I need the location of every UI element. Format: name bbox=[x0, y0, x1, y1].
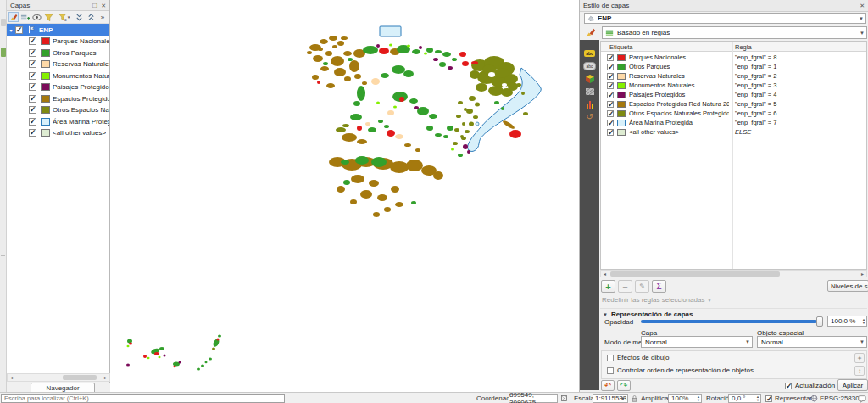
legend-item[interactable]: Otros Parques bbox=[7, 48, 109, 59]
legend-checkbox[interactable] bbox=[29, 106, 36, 114]
expander-icon[interactable]: ▾ bbox=[7, 27, 15, 33]
live-update-checkbox[interactable] bbox=[785, 383, 792, 389]
rule-row[interactable]: <all other values> ELSE bbox=[601, 127, 866, 137]
rule-row[interactable]: Parques Nacionales "enp_fgral" = 8 bbox=[601, 53, 866, 62]
filter-legend-button[interactable] bbox=[44, 12, 54, 22]
redo-button[interactable]: ↷ bbox=[617, 380, 631, 391]
add-group-button[interactable] bbox=[20, 12, 31, 22]
coordinate-input[interactable]: 899549, 3080675 bbox=[509, 394, 558, 403]
blend-feature-combo[interactable]: Normal ▼ bbox=[757, 336, 867, 348]
collapse-all-button[interactable] bbox=[86, 12, 96, 22]
close-icon[interactable]: ✕ bbox=[860, 3, 865, 8]
filter-legend-by-expression-button[interactable]: ε ▾ bbox=[56, 12, 73, 22]
draw-effects-checkbox[interactable] bbox=[607, 355, 614, 361]
spin-down-icon[interactable]: ▼ bbox=[862, 322, 865, 325]
rule-row[interactable]: Otros Parques "enp_fgral" = 1 bbox=[601, 62, 866, 71]
rule-row[interactable]: Área Marina Protegida "enp_fgral" = 7 bbox=[601, 118, 866, 127]
lock-scale-icon[interactable] bbox=[631, 393, 638, 403]
rule-row[interactable]: Paisajes Protegidos "enp_fgral" = 4 bbox=[601, 90, 866, 99]
legend-checkbox[interactable] bbox=[29, 37, 36, 45]
toolbar-overflow-icon[interactable]: » bbox=[97, 12, 108, 22]
crs-globe-icon[interactable] bbox=[810, 393, 818, 403]
rule-checkbox[interactable] bbox=[607, 120, 614, 126]
layer-rendering-section-header[interactable]: ▼ Representación de capas bbox=[603, 311, 693, 318]
callouts-tab[interactable]: abc bbox=[580, 59, 599, 72]
legend-item[interactable]: Reservas Naturales bbox=[7, 59, 109, 70]
3d-view-tab[interactable] bbox=[580, 72, 599, 85]
messages-icon[interactable] bbox=[858, 393, 866, 403]
apply-button[interactable]: Aplicar bbox=[837, 379, 868, 391]
expand-all-button[interactable] bbox=[74, 12, 84, 22]
undo-button[interactable]: ↶ bbox=[601, 380, 615, 391]
rule-checkbox[interactable] bbox=[607, 92, 614, 98]
spin-down-icon[interactable]: ▼ bbox=[756, 399, 760, 402]
scroll-right-icon[interactable]: ► bbox=[859, 271, 866, 277]
labels-tab[interactable]: abc bbox=[580, 47, 599, 59]
column-header-regla[interactable]: Regla bbox=[735, 43, 752, 51]
locator-search-input[interactable] bbox=[1, 394, 285, 403]
legend-item[interactable]: Parques Nacionales bbox=[7, 36, 109, 48]
remove-rule-button[interactable]: − bbox=[618, 280, 632, 293]
extents-toggle-icon[interactable] bbox=[560, 393, 568, 403]
rule-checkbox[interactable] bbox=[607, 110, 614, 117]
legend-item[interactable]: Área Marina Protegida bbox=[7, 116, 109, 128]
renderer-combo[interactable]: Basado en reglas ▼ bbox=[602, 26, 867, 39]
manage-map-themes-button[interactable] bbox=[32, 12, 42, 22]
scroll-thumb[interactable] bbox=[63, 375, 97, 380]
rule-row[interactable]: Otros Espacios Naturales Protegidos "enp… bbox=[601, 109, 866, 118]
blend-layer-combo[interactable]: Normal ▼ bbox=[641, 336, 753, 348]
legend-item[interactable]: Paisajes Protegidos bbox=[7, 81, 109, 93]
crs-label[interactable]: EPSG:25830 bbox=[820, 393, 860, 403]
rule-checkbox[interactable] bbox=[607, 129, 614, 136]
scroll-left-icon[interactable]: ◄ bbox=[8, 374, 15, 381]
rotation-spinbox[interactable]: 0,0 ° ▲▼ bbox=[728, 394, 761, 403]
control-order-row[interactable]: Controlar orden de representación de obj… bbox=[607, 367, 754, 374]
legend-item[interactable]: Espacios Protegidos Red Natura 2000 bbox=[7, 93, 109, 105]
control-order-checkbox[interactable] bbox=[607, 367, 614, 374]
opacity-spinbox[interactable]: 100,0 % ▲▼ bbox=[827, 316, 867, 327]
layer-selector-combo[interactable]: ENP ▼ bbox=[584, 13, 866, 24]
legend-checkbox[interactable] bbox=[29, 49, 36, 57]
rule-checkbox[interactable] bbox=[607, 101, 614, 108]
render-checkbox[interactable] bbox=[765, 395, 772, 402]
refine-rules-button[interactable]: Redefinir las reglas seleccionadas ▼ bbox=[602, 296, 711, 304]
rules-horizontal-scrollbar[interactable]: ◄ ► bbox=[600, 270, 867, 277]
rule-checkbox[interactable] bbox=[607, 73, 614, 80]
legend-checkbox[interactable] bbox=[29, 83, 36, 91]
masks-tab[interactable] bbox=[580, 85, 599, 98]
opacity-slider-handle[interactable] bbox=[816, 316, 823, 327]
edit-rule-button[interactable]: ✎ bbox=[635, 280, 649, 293]
rule-checkbox[interactable] bbox=[607, 54, 614, 61]
history-tab[interactable]: ↺ bbox=[580, 110, 599, 123]
legend-checkbox[interactable] bbox=[29, 72, 36, 80]
legend-item[interactable]: Monumentos Naturales bbox=[7, 70, 109, 82]
symbol-levels-button[interactable]: Niveles de símbolos... bbox=[827, 280, 868, 292]
order-settings-button[interactable]: ↕ bbox=[854, 366, 865, 376]
legend-checkbox[interactable] bbox=[29, 129, 36, 137]
scroll-left-icon[interactable]: ◄ bbox=[601, 271, 609, 277]
symbology-tab-active[interactable] bbox=[582, 26, 598, 39]
draw-effects-row[interactable]: Efectos de dibujo bbox=[607, 354, 669, 361]
legend-item[interactable]: <all other values> bbox=[7, 127, 109, 139]
magnifier-spinbox[interactable]: 100% ▲▼ bbox=[668, 394, 702, 403]
map-canvas[interactable] bbox=[110, 0, 579, 392]
legend-item[interactable]: Otros Espacios Naturales Protegidos bbox=[7, 104, 109, 116]
scale-combo[interactable]: 1:9115533 ▼ bbox=[593, 394, 628, 403]
open-layer-styling-button[interactable] bbox=[8, 12, 19, 22]
legend-checkbox[interactable] bbox=[29, 118, 36, 126]
diagrams-tab[interactable] bbox=[580, 98, 599, 110]
legend-checkbox[interactable] bbox=[29, 95, 36, 103]
customize-effects-button[interactable]: ✦ bbox=[854, 353, 865, 363]
layers-horizontal-scrollbar[interactable]: ◄ ► bbox=[7, 373, 110, 382]
rule-row[interactable]: Monumentos Naturales "enp_fgral" = 3 bbox=[601, 81, 866, 90]
add-rule-button[interactable]: + bbox=[601, 280, 615, 293]
undock-icon[interactable]: ❐ bbox=[92, 3, 97, 8]
render-toggle[interactable]: Representar bbox=[765, 393, 812, 403]
close-icon[interactable]: ✕ bbox=[101, 3, 106, 8]
scroll-thumb[interactable] bbox=[610, 271, 780, 277]
rule-checkbox[interactable] bbox=[607, 82, 614, 89]
layer-visibility-checkbox[interactable] bbox=[15, 26, 23, 34]
spin-down-icon[interactable]: ▼ bbox=[697, 399, 700, 402]
count-features-button[interactable]: Σ bbox=[652, 280, 666, 293]
rule-checkbox[interactable] bbox=[607, 64, 614, 70]
